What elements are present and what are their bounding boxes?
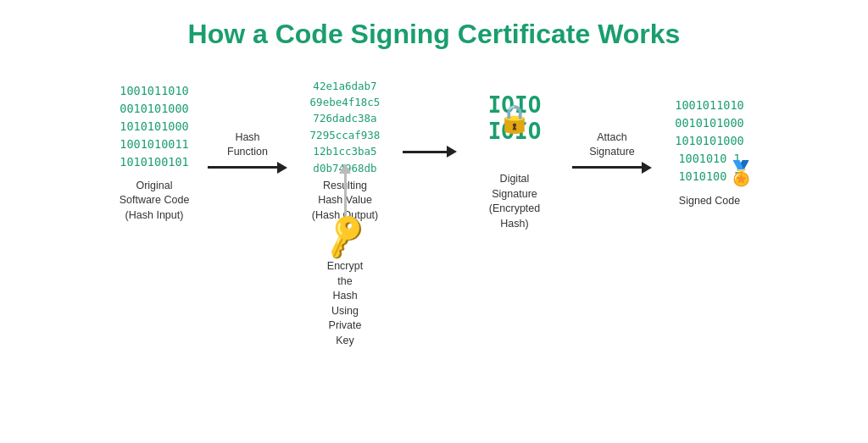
- arrow-2: [403, 146, 457, 158]
- arrow-3-head: [642, 162, 652, 174]
- diagram: 1001011010001010100010101010001001010011…: [0, 72, 868, 231]
- lock-icon: 🔒: [498, 102, 531, 135]
- hash-hex: 42e1a6dab769ebe4f18c5726dadc38a7295ccaf9…: [310, 78, 381, 176]
- hash-function-connector: HashFunction: [201, 105, 294, 198]
- encrypt-label: Encrypt the Hash Using Private Key: [320, 259, 370, 348]
- arrow-2-line: [403, 151, 447, 153]
- attach-sig-label: AttachSignature: [589, 130, 635, 160]
- hash-value-node: 42e1a6dab769ebe4f18c5726dadc38a7295ccaf9…: [294, 80, 396, 224]
- page-title: How a Code Signing Certificate Works: [188, 19, 681, 50]
- arrow-up-line: [344, 174, 347, 216]
- signed-code-node: 1001011010001010100010101010001001010 11…: [659, 94, 760, 209]
- digital-sig-label: Digital Signature (Encrypted Hash): [489, 172, 540, 231]
- original-binary: 1001011010001010100010101010001001010011…: [120, 82, 188, 171]
- arrow-1-line: [208, 166, 277, 169]
- signed-code-label: Signed Code: [679, 194, 740, 209]
- arrow-up: [339, 163, 351, 216]
- ioio-display: IOIO 🔒 IOIO: [488, 92, 542, 145]
- arrow-up-head: [339, 163, 351, 174]
- signed-code-content: 1001011010001010100010101010001001010 11…: [675, 94, 743, 187]
- key-icon: 🔑: [318, 210, 371, 262]
- digital-signature-node: IOIO 🔒 IOIO Digital Signature (Encrypted…: [464, 72, 565, 231]
- signed-code-wrapper: 1001011010001010100010101010001001010 11…: [675, 97, 743, 186]
- arrow-1-head: [277, 162, 287, 174]
- top-row: 1001011010001010100010101010001001010011…: [17, 72, 851, 231]
- ioio-wrapper: IOIO 🔒 IOIO: [488, 92, 542, 145]
- hash-value-content: 42e1a6dab769ebe4f18c5726dadc38a7295ccaf9…: [310, 80, 381, 174]
- arrow-2-connector: [396, 105, 464, 198]
- digital-sig-content: IOIO 🔒 IOIO: [488, 72, 542, 165]
- arrow-3-line: [572, 166, 642, 169]
- original-code-content: 1001011010001010100010101010001001010011…: [120, 80, 188, 174]
- attach-sig-connector: AttachSignature: [565, 105, 659, 198]
- encrypt-section: 🔑 Encrypt the Hash Using Private Key: [320, 163, 370, 348]
- original-code-label: Original Software Code (Hash Input): [120, 179, 190, 224]
- original-code-node: 1001011010001010100010101010001001010011…: [108, 80, 201, 224]
- medal-icon: 🏅: [726, 159, 756, 187]
- hash-function-label: HashFunction: [227, 130, 268, 160]
- arrow-2-head: [447, 146, 457, 158]
- arrow-1: [208, 162, 287, 174]
- arrow-3: [572, 162, 652, 174]
